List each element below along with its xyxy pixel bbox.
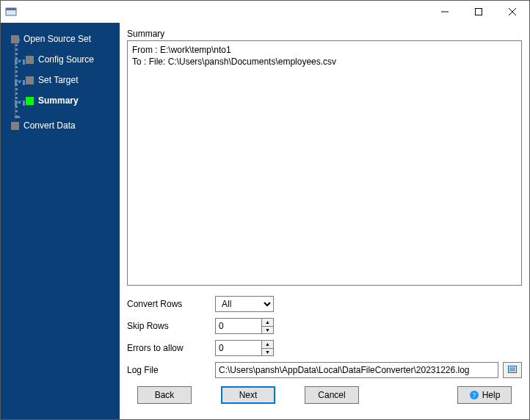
window-controls	[428, 1, 529, 23]
app-window: Open Source Set Config Source Set Target…	[0, 0, 530, 420]
step-marker-icon	[26, 97, 34, 105]
svg-rect-3	[476, 9, 482, 15]
svg-rect-1	[6, 8, 16, 10]
button-label: Next	[239, 390, 258, 400]
log-file-input[interactable]	[215, 362, 498, 378]
chevron-down-icon[interactable]: ▼	[262, 327, 273, 334]
folder-icon	[507, 364, 518, 377]
step-summary[interactable]: Summary	[4, 92, 117, 109]
step-label: Summary	[38, 95, 79, 106]
chevron-up-icon[interactable]: ▲	[262, 341, 273, 349]
chevron-down-icon[interactable]: ▼	[262, 349, 273, 356]
step-marker-icon	[11, 122, 19, 130]
errors-allow-input[interactable]	[216, 341, 261, 355]
button-label: Help	[482, 390, 501, 400]
titlebar	[1, 1, 529, 23]
skip-rows-spinner[interactable]: ▲ ▼	[215, 318, 274, 334]
help-icon: ?	[469, 390, 479, 400]
app-icon	[5, 6, 17, 18]
step-label: Config Source	[38, 54, 94, 65]
svg-text:?: ?	[473, 391, 476, 399]
step-convert-data[interactable]: Convert Data	[4, 117, 117, 134]
maximize-button[interactable]	[462, 1, 495, 23]
step-marker-icon	[26, 56, 34, 64]
button-label: Back	[155, 390, 175, 400]
errors-allow-spinner[interactable]: ▲ ▼	[215, 340, 274, 356]
help-button[interactable]: ? Help	[457, 386, 512, 404]
skip-rows-label: Skip Rows	[127, 321, 215, 331]
errors-allow-label: Errors to allow	[127, 343, 215, 353]
step-set-target[interactable]: Set Target	[4, 71, 117, 89]
summary-textarea[interactable]: From : E:\work\temp\nto1 To : File: C:\U…	[127, 40, 522, 286]
browse-log-button[interactable]	[503, 362, 522, 378]
chevron-up-icon[interactable]: ▲	[262, 319, 273, 327]
button-label: Cancel	[318, 390, 345, 400]
step-marker-icon	[11, 35, 19, 43]
log-file-label: Log File	[127, 365, 215, 375]
minimize-button[interactable]	[428, 1, 462, 23]
convert-rows-select[interactable]: All	[215, 296, 274, 312]
back-button[interactable]: Back	[137, 386, 192, 404]
step-config-source[interactable]: Config Source	[4, 51, 117, 68]
step-label: Open Source Set	[23, 34, 91, 44]
convert-rows-label: Convert Rows	[127, 299, 215, 309]
step-open-source-set[interactable]: Open Source Set	[4, 30, 117, 48]
summary-section-label: Summary	[127, 29, 522, 39]
cancel-button[interactable]: Cancel	[305, 386, 359, 404]
step-label: Convert Data	[23, 120, 76, 131]
step-label: Set Target	[38, 75, 78, 85]
step-marker-icon	[26, 76, 34, 84]
close-button[interactable]	[495, 1, 529, 23]
next-button[interactable]: Next	[221, 386, 275, 404]
wizard-sidebar: Open Source Set Config Source Set Target…	[1, 23, 120, 419]
wizard-footer: Back Next Cancel ? Help	[127, 378, 522, 412]
main-panel: Summary From : E:\work\temp\nto1 To : Fi…	[120, 23, 529, 419]
options-form: Convert Rows All Skip Rows ▲ ▼	[127, 296, 522, 378]
skip-rows-input[interactable]	[216, 319, 261, 333]
